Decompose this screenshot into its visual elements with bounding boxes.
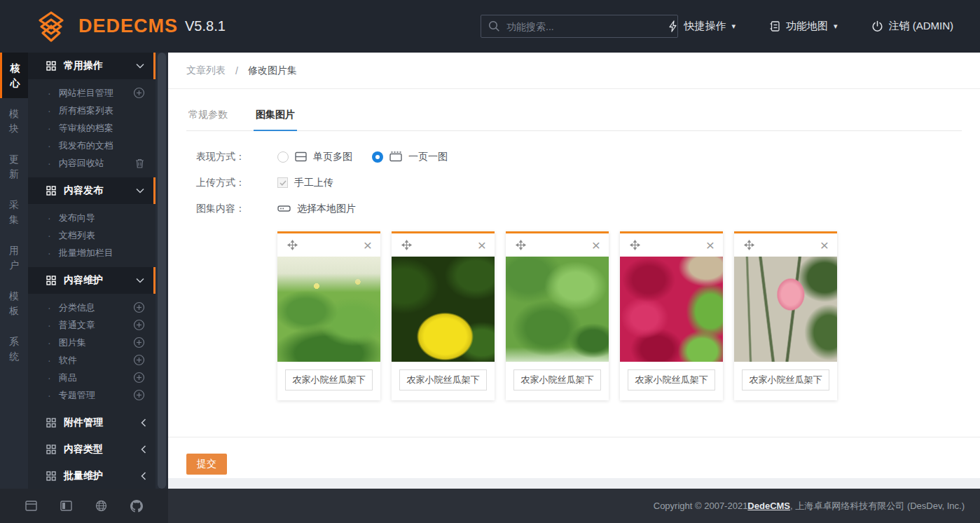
- sidebar-item-products[interactable]: ·商品: [28, 369, 156, 386]
- option-multi-per-page[interactable]: 单页多图: [277, 151, 352, 163]
- sidebar-item-normal-article[interactable]: ·普通文章: [28, 316, 156, 334]
- topbar: DEDECMS V5.8.1 快捷操作 ▾ 功能地图 ▾ 注销 (ADM: [0, 0, 980, 53]
- grid-icon: [46, 276, 56, 285]
- rail-item-users[interactable]: 用户: [0, 235, 28, 280]
- copyright-suffix: , 上海卓卓网络科技有限公司 (DesDev, Inc.): [790, 500, 965, 512]
- browser-window-icon[interactable]: [25, 501, 37, 511]
- radio-checked[interactable]: [372, 151, 383, 163]
- plus-circle-icon[interactable]: [133, 354, 145, 366]
- gallery-content-label: 图集内容：: [196, 203, 277, 215]
- submit-area: 提交: [168, 437, 980, 475]
- bullet: ·: [48, 158, 51, 169]
- close-icon[interactable]: ×: [364, 238, 372, 252]
- quick-actions-menu[interactable]: 快捷操作 ▾: [668, 20, 736, 33]
- plus-circle-icon[interactable]: [133, 319, 145, 331]
- rail-item-update[interactable]: 更新: [0, 144, 28, 189]
- sidebar-section-content-types[interactable]: 内容类型: [28, 436, 156, 463]
- sidebar-item-recycle-bin[interactable]: ·内容回收站: [28, 154, 156, 172]
- tab-general-params[interactable]: 常规参数: [186, 109, 230, 130]
- trash-icon[interactable]: [134, 158, 145, 169]
- option-one-per-page[interactable]: 一页一图: [372, 151, 448, 163]
- sidebar-layout-icon[interactable]: [60, 501, 72, 511]
- display-mode-row: 表现方式： 单页多图 一页一图: [196, 149, 980, 164]
- github-icon[interactable]: [130, 500, 143, 512]
- sidebar-item-image-gallery[interactable]: ·图片集: [28, 334, 156, 351]
- plus-circle-icon[interactable]: [133, 337, 145, 348]
- caption-input[interactable]: [285, 369, 373, 390]
- sidebar-item-my-documents[interactable]: ·我发布的文档: [28, 137, 156, 154]
- scrollbar-thumb[interactable]: [158, 53, 166, 489]
- caption-input[interactable]: [628, 369, 715, 390]
- gallery-image: [506, 257, 609, 362]
- submit-button[interactable]: 提交: [186, 454, 227, 475]
- logout-menu[interactable]: 注销 (ADMIN): [871, 20, 954, 33]
- gallery-card: ×: [277, 231, 380, 400]
- sidebar-item-topics[interactable]: ·专题管理: [28, 386, 156, 404]
- rail-item-templates[interactable]: 模板: [0, 280, 28, 326]
- search-input[interactable]: [506, 21, 661, 32]
- drive-icon: [277, 203, 291, 214]
- plus-circle-icon[interactable]: [133, 372, 145, 383]
- close-icon[interactable]: ×: [592, 238, 600, 252]
- rail-item-collect[interactable]: 采集: [0, 189, 28, 235]
- brand-name: DEDECMS: [78, 15, 178, 37]
- rail-item-core[interactable]: 核心: [0, 53, 28, 98]
- bullet: ·: [48, 302, 51, 313]
- search-box[interactable]: [481, 15, 678, 38]
- caption-input[interactable]: [399, 369, 487, 390]
- sidebar-item-publish-wizard[interactable]: ·发布向导: [28, 209, 156, 226]
- dedecms-link[interactable]: DedeCMS: [747, 501, 790, 511]
- close-icon[interactable]: ×: [706, 238, 715, 252]
- plus-circle-icon[interactable]: [133, 389, 145, 401]
- pick-local-images-button[interactable]: 选择本地图片: [277, 203, 356, 215]
- move-icon[interactable]: [628, 238, 642, 252]
- logout-label: 注销 (ADMIN): [889, 20, 954, 33]
- sidebar-item-all-archives[interactable]: ·所有档案列表: [28, 102, 156, 119]
- move-icon[interactable]: [400, 238, 413, 252]
- sidebar-item-software[interactable]: ·软件: [28, 351, 156, 369]
- card-toolbar: ×: [506, 233, 609, 257]
- bullet: ·: [48, 140, 51, 151]
- sidebar-item-pending-archives[interactable]: ·等审核的档案: [28, 119, 156, 137]
- bullet: ·: [48, 337, 51, 348]
- sidebar-item-classified-info[interactable]: ·分类信息: [28, 299, 156, 316]
- sidebar-section-content-publish[interactable]: 内容发布: [28, 177, 156, 204]
- gallery-image: [734, 257, 837, 362]
- caption-input[interactable]: [742, 369, 829, 390]
- footer-icon-bar: [0, 489, 168, 523]
- section-items: ·发布向导 ·文档列表 ·批量增加栏目: [28, 204, 156, 267]
- lightning-icon: [668, 20, 678, 32]
- bullet: ·: [48, 212, 51, 224]
- sidebar-section-batch-maintain[interactable]: 批量维护: [28, 463, 156, 489]
- chevron-left-icon: [141, 445, 146, 454]
- move-icon[interactable]: [743, 238, 756, 252]
- quick-actions-label: 快捷操作: [684, 20, 726, 33]
- breadcrumb-parent[interactable]: 文章列表: [186, 64, 226, 77]
- bullet: ·: [48, 372, 51, 383]
- option-manual-upload[interactable]: 手工上传: [277, 177, 333, 189]
- sidebar-scrollbar[interactable]: [156, 53, 168, 489]
- rail-item-modules[interactable]: 模块: [0, 98, 28, 144]
- close-icon[interactable]: ×: [478, 238, 486, 252]
- bullet: ·: [48, 123, 51, 134]
- sidebar-item-document-list[interactable]: ·文档列表: [28, 226, 156, 244]
- tab-gallery-images[interactable]: 图集图片: [254, 109, 297, 131]
- move-icon[interactable]: [514, 238, 527, 252]
- card-caption-area: [392, 362, 495, 400]
- plus-circle-icon[interactable]: [133, 87, 145, 99]
- sidebar-section-content-maintain[interactable]: 内容维护: [28, 267, 156, 294]
- grid-icon: [46, 61, 56, 71]
- move-icon[interactable]: [286, 238, 299, 252]
- feature-map-menu[interactable]: 功能地图 ▾: [769, 20, 838, 33]
- rail-item-system[interactable]: 系统: [0, 326, 28, 372]
- caption-input[interactable]: [513, 369, 601, 390]
- sidebar-section-attachments[interactable]: 附件管理: [28, 409, 156, 436]
- close-icon[interactable]: ×: [820, 238, 829, 252]
- checkbox-checked-disabled[interactable]: [277, 177, 288, 188]
- plus-circle-icon[interactable]: [133, 301, 145, 313]
- sidebar-section-common-ops[interactable]: 常用操作: [28, 53, 156, 79]
- globe-icon[interactable]: [95, 500, 107, 512]
- sidebar-item-batch-add-columns[interactable]: ·批量增加栏目: [28, 244, 156, 262]
- sidebar-item-site-columns[interactable]: ·网站栏目管理: [28, 84, 156, 102]
- radio-unchecked[interactable]: [277, 151, 289, 163]
